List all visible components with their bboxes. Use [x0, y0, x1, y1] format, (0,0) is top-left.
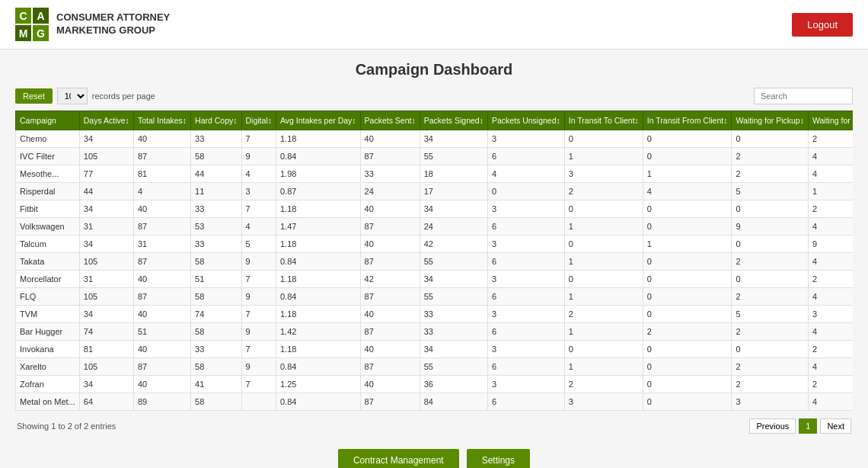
col-header[interactable]: Campaign — [16, 111, 80, 130]
table-cell: 1.18 — [276, 130, 360, 148]
per-page-label: records per page — [92, 91, 155, 101]
table-cell: 87 — [360, 218, 420, 236]
table-cell: Mesothe... — [16, 165, 80, 183]
logout-button[interactable]: Logout — [792, 13, 853, 37]
table-cell: 0 — [643, 130, 732, 148]
search-input[interactable] — [754, 88, 853, 104]
table-cell: 18 — [420, 165, 487, 183]
table-cell: 1.18 — [276, 200, 360, 218]
table-row: Takata105875890.848755610248082% — [16, 253, 854, 271]
col-header[interactable]: In Transit From Client↕ — [643, 111, 732, 130]
table-cell: 24 — [360, 183, 420, 200]
table-cell: 3 — [487, 341, 564, 358]
table-cell: Xarelto — [16, 358, 80, 376]
settings-button[interactable]: Settings — [467, 449, 530, 468]
table-cell: 2 — [564, 376, 643, 393]
table-cell: 2 — [808, 130, 853, 148]
table-cell: 42 — [360, 271, 420, 288]
table-cell: 7 — [241, 200, 276, 218]
table-cell: 77 — [79, 165, 133, 183]
col-header[interactable]: Packets Sent↕ — [360, 111, 420, 130]
bottom-buttons: Contract Management Settings — [15, 449, 853, 468]
table-cell: 0 — [643, 271, 732, 288]
table-cell: 0.84 — [276, 148, 360, 165]
page-1-button[interactable]: 1 — [799, 418, 817, 434]
table-cell: 2 — [808, 200, 853, 218]
table-cell: 4 — [241, 165, 276, 183]
table-row: Chemo34403371.184034300023185% — [16, 130, 854, 148]
table-cell: 9 — [241, 253, 276, 271]
table-cell: 2 — [732, 358, 808, 376]
table-cell: 24 — [420, 218, 487, 236]
table-cell: 7 — [241, 271, 276, 288]
table-cell: 33 — [191, 200, 241, 218]
table-cell: 87 — [133, 148, 190, 165]
table-cell: 74 — [191, 306, 241, 323]
table-row: IVC Filter105875890.848755610248082% — [16, 148, 854, 165]
table-cell: 9 — [241, 323, 276, 341]
table-cell: 2 — [564, 183, 643, 200]
table-cell: 2 — [643, 323, 732, 341]
table-cell: 1.47 — [276, 218, 360, 236]
col-header[interactable]: Total Intakes↕ — [133, 111, 190, 130]
table-wrapper: CampaignDays Active↕Total Intakes↕Hard C… — [15, 111, 853, 411]
table-cell: 4 — [241, 218, 276, 236]
logo-g: G — [33, 25, 49, 41]
table-cell: 87 — [360, 253, 420, 271]
table-cell: 3 — [732, 393, 808, 411]
table-cell: 58 — [191, 288, 241, 306]
col-header[interactable]: Days Active↕ — [79, 111, 133, 130]
table-cell: 0 — [643, 376, 732, 393]
table-cell: 105 — [79, 148, 133, 165]
table-cell: 42 — [420, 236, 487, 253]
table-cell: 1 — [564, 288, 643, 306]
table-cell: 3 — [564, 165, 643, 183]
col-header[interactable]: Hard Copy↕ — [191, 111, 241, 130]
table-cell: 33 — [191, 236, 241, 253]
table-cell: Takata — [16, 253, 80, 271]
table-cell: 4 — [808, 218, 853, 236]
logo-line2: MARKETING GROUP — [56, 24, 170, 37]
table-cell: 40 — [360, 236, 420, 253]
per-page-select[interactable]: 10 25 50 — [57, 88, 88, 104]
table-cell: Chemo — [16, 130, 80, 148]
table-cell: 3 — [564, 393, 643, 411]
table-cell: 2 — [808, 341, 853, 358]
table-cell: 0 — [732, 341, 808, 358]
table-cell: 87 — [133, 253, 190, 271]
col-header[interactable]: Packets Signed↕ — [420, 111, 487, 130]
table-cell: 5 — [732, 183, 808, 200]
next-button[interactable]: Next — [820, 418, 851, 434]
table-cell: 87 — [360, 323, 420, 341]
table-cell: 0 — [732, 200, 808, 218]
col-header[interactable]: Avg Intakes per Day↕ — [276, 111, 360, 130]
prev-button[interactable]: Previous — [749, 418, 796, 434]
table-cell: 9 — [241, 288, 276, 306]
table-cell: 41 — [191, 376, 241, 393]
col-header[interactable]: Packets Unsigned↕ — [487, 111, 564, 130]
table-cell: 105 — [79, 288, 133, 306]
table-cell: 34 — [79, 236, 133, 253]
table-cell: 1 — [564, 148, 643, 165]
table-cell: 6 — [487, 253, 564, 271]
table-cell: 0 — [732, 236, 808, 253]
table-cell: 105 — [79, 253, 133, 271]
table-cell: 6 — [487, 218, 564, 236]
col-header[interactable]: Waiting for Pickup↕ — [732, 111, 808, 130]
controls-row: Reset 10 25 50 records per page — [15, 88, 853, 104]
logo-c: C — [15, 8, 31, 24]
table-cell: 4 — [808, 253, 853, 271]
table-cell: 6 — [487, 323, 564, 341]
table-cell: 51 — [191, 271, 241, 288]
table-cell: 87 — [360, 393, 420, 411]
col-header[interactable]: Waiting for Signature↕ — [808, 111, 853, 130]
col-header[interactable]: Digital↕ — [241, 111, 276, 130]
reset-button[interactable]: Reset — [15, 88, 53, 104]
table-cell: 40 — [360, 341, 420, 358]
table-cell: 0 — [643, 200, 732, 218]
col-header[interactable]: In Transit To Client↕ — [564, 111, 643, 130]
logo-box: C A M G — [15, 8, 49, 41]
table-cell: 34 — [420, 271, 487, 288]
table-cell: 4 — [808, 323, 853, 341]
contract-management-button[interactable]: Contract Management — [338, 449, 459, 468]
